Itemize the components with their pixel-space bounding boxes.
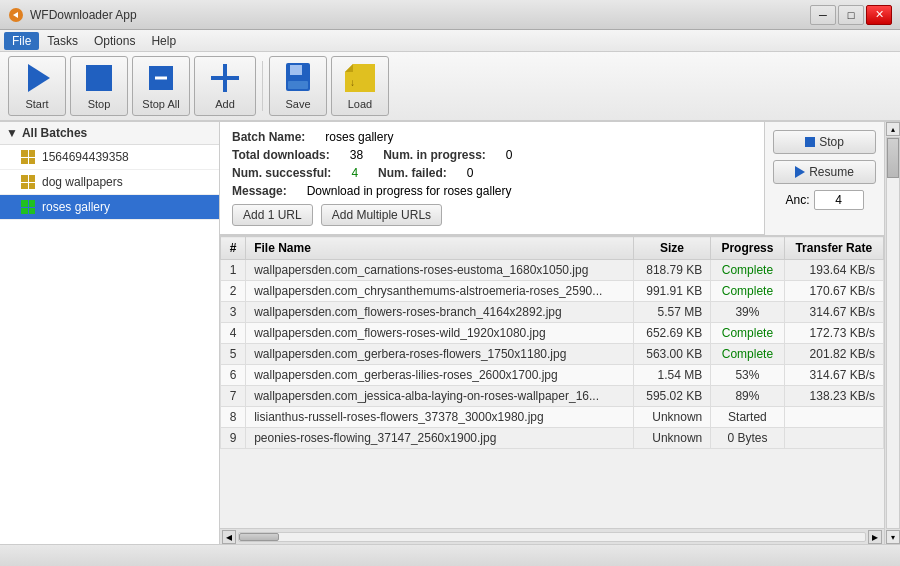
cell-filename: lisianthus-russell-roses-flowers_37378_3… [246, 407, 634, 428]
batch3-label: roses gallery [42, 200, 110, 214]
cell-filename: wallpapersden.com_chrysanthemums-alstroe… [246, 281, 634, 302]
file-table: # File Name Size Progress Transfer Rate … [220, 236, 884, 449]
cell-filename: wallpapersden.com_gerberas-lilies-roses_… [246, 365, 634, 386]
side-stop-button[interactable]: Stop [773, 130, 876, 154]
cell-rate [784, 407, 883, 428]
window-controls: ─ □ ✕ [810, 5, 892, 25]
anc-input[interactable] [814, 190, 864, 210]
table-row[interactable]: 8 lisianthus-russell-roses-flowers_37378… [221, 407, 884, 428]
load-button[interactable]: ↓ Load [331, 56, 389, 116]
scroll-down-button[interactable]: ▾ [886, 530, 900, 544]
minimize-button[interactable]: ─ [810, 5, 836, 25]
file-table-wrapper: # File Name Size Progress Transfer Rate … [220, 235, 884, 528]
toolbar-separator-1 [262, 61, 263, 111]
cell-progress: Complete [711, 344, 784, 365]
cell-filename: peonies-roses-flowing_37147_2560x1900.jp… [246, 428, 634, 449]
cell-rate [784, 428, 883, 449]
start-icon [21, 62, 53, 94]
cell-size: Unknown [633, 407, 711, 428]
cell-num: 8 [221, 407, 246, 428]
collapse-icon: ▼ [6, 126, 18, 140]
save-button[interactable]: Save [269, 56, 327, 116]
cell-filename: wallpapersden.com_gerbera-roses-flowers_… [246, 344, 634, 365]
add-1-url-button[interactable]: Add 1 URL [232, 204, 313, 226]
num-failed-label: Num. failed: [378, 166, 447, 180]
load-label: Load [348, 98, 372, 110]
cell-progress: 89% [711, 386, 784, 407]
batch2-icon [20, 174, 36, 190]
cell-filename: wallpapersden.com_flowers-roses-wild_192… [246, 323, 634, 344]
cell-size: Unknown [633, 428, 711, 449]
vertical-scrollbar: ▴ ▾ [884, 122, 900, 544]
scroll-thumb [239, 533, 279, 541]
table-row[interactable]: 5 wallpapersden.com_gerbera-roses-flower… [221, 344, 884, 365]
table-row[interactable]: 1 wallpapersden.com_carnations-roses-eus… [221, 260, 884, 281]
app-icon [8, 7, 24, 23]
num-in-progress-label: Num. in progress: [383, 148, 486, 162]
cell-rate: 314.67 KB/s [784, 365, 883, 386]
table-body: 1 wallpapersden.com_carnations-roses-eus… [221, 260, 884, 449]
menu-options[interactable]: Options [86, 32, 143, 50]
cell-rate: 314.67 KB/s [784, 302, 883, 323]
sidebar-item-batch1[interactable]: 1564694439358 [0, 145, 219, 170]
cell-size: 818.79 KB [633, 260, 711, 281]
table-row[interactable]: 6 wallpapersden.com_gerberas-lilies-rose… [221, 365, 884, 386]
sidebar-item-batch2[interactable]: dog wallpapers [0, 170, 219, 195]
status-bar [0, 544, 900, 566]
sidebar-item-batch3[interactable]: roses gallery [0, 195, 219, 220]
cell-rate: 172.73 KB/s [784, 323, 883, 344]
scroll-right-button[interactable]: ▸ [868, 530, 882, 544]
table-row[interactable]: 3 wallpapersden.com_flowers-roses-branch… [221, 302, 884, 323]
cell-rate: 193.64 KB/s [784, 260, 883, 281]
cell-rate: 201.82 KB/s [784, 344, 883, 365]
menu-file[interactable]: File [4, 32, 39, 50]
batch-name-row: Batch Name: roses gallery [232, 130, 752, 144]
side-resume-icon [795, 166, 805, 178]
add-multiple-urls-button[interactable]: Add Multiple URLs [321, 204, 442, 226]
batch-name-label: Batch Name: [232, 130, 305, 144]
col-size: Size [633, 237, 711, 260]
cell-progress: Complete [711, 260, 784, 281]
menu-bar: File Tasks Options Help [0, 30, 900, 52]
message-label: Message: [232, 184, 287, 198]
cell-progress: 53% [711, 365, 784, 386]
col-rate: Transfer Rate [784, 237, 883, 260]
content-area: Batch Name: roses gallery Total download… [220, 122, 884, 544]
table-row[interactable]: 4 wallpapersden.com_flowers-roses-wild_1… [221, 323, 884, 344]
maximize-button[interactable]: □ [838, 5, 864, 25]
menu-help[interactable]: Help [143, 32, 184, 50]
horizontal-scrollbar[interactable]: ◂ ▸ [220, 528, 884, 544]
scroll-up-button[interactable]: ▴ [886, 122, 900, 136]
stop-label: Stop [88, 98, 111, 110]
col-progress: Progress [711, 237, 784, 260]
cell-filename: wallpapersden.com_jessica-alba-laying-on… [246, 386, 634, 407]
save-label: Save [285, 98, 310, 110]
stop-all-icon [145, 62, 177, 94]
toolbar: Start Stop Stop All Add Save [0, 52, 900, 122]
table-row[interactable]: 7 wallpapersden.com_jessica-alba-laying-… [221, 386, 884, 407]
menu-tasks[interactable]: Tasks [39, 32, 86, 50]
cell-num: 4 [221, 323, 246, 344]
table-row[interactable]: 9 peonies-roses-flowing_37147_2560x1900.… [221, 428, 884, 449]
scroll-left-button[interactable]: ◂ [222, 530, 236, 544]
cell-num: 7 [221, 386, 246, 407]
total-downloads-value: 38 [350, 148, 363, 162]
add-button[interactable]: Add [194, 56, 256, 116]
svg-marker-7 [345, 64, 353, 72]
total-downloads-label: Total downloads: [232, 148, 330, 162]
success-fail-row: Num. successful: 4 Num. failed: 0 [232, 166, 752, 180]
stop-all-button[interactable]: Stop All [132, 56, 190, 116]
cell-num: 5 [221, 344, 246, 365]
stop-icon [83, 62, 115, 94]
cell-size: 991.91 KB [633, 281, 711, 302]
info-side-wrapper: Batch Name: roses gallery Total download… [220, 122, 884, 235]
sidebar-header[interactable]: ▼ All Batches [0, 122, 219, 145]
table-row[interactable]: 2 wallpapersden.com_chrysanthemums-alstr… [221, 281, 884, 302]
stop-button[interactable]: Stop [70, 56, 128, 116]
side-resume-button[interactable]: Resume [773, 160, 876, 184]
cell-num: 9 [221, 428, 246, 449]
start-button[interactable]: Start [8, 56, 66, 116]
close-button[interactable]: ✕ [866, 5, 892, 25]
batch2-label: dog wallpapers [42, 175, 123, 189]
app-title: WFDownloader App [30, 8, 137, 22]
